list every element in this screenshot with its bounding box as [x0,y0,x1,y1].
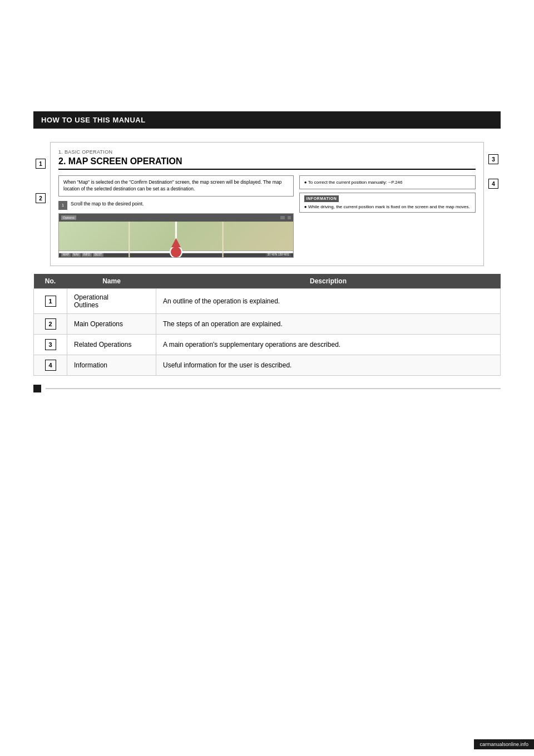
callout-box: ● To correct the current position manual… [299,175,476,189]
annotation-3: 3 [488,154,498,164]
annotation-4: 4 [488,179,498,189]
row-4-no: 4 [34,355,67,375]
map-body [59,222,293,251]
row-3-name: Related Operations [67,334,156,355]
inner-page-title: 2. MAP SCREEN OPERATION [58,156,476,170]
row-4-name: Information [67,355,156,375]
watermark-text: carmanualsonline.info [474,739,534,749]
table-row: 1 OperationalOutlines An outline of the … [34,288,501,313]
section-header-text: HOW TO USE THIS MANUAL [41,116,146,124]
inner-page-subtitle: 1. BASIC OPERATION [58,149,476,155]
row-2-name: Main Operations [67,313,156,334]
svg-marker-6 [171,238,181,247]
table-head: No. Name Description [34,274,501,289]
black-square-line [33,385,501,392]
num-box-3: 3 [45,339,56,350]
map-toolbar: Options [59,214,293,222]
description-text-box: When "Map" is selected on the "Confirm D… [58,175,294,197]
col-header-no: No. [34,274,67,289]
row-2-no: 2 [34,313,67,334]
step-label: Scroll the map to the desired point. [71,201,144,207]
options-btn: Options [61,215,76,220]
top-spacing [0,11,534,111]
section-header: HOW TO USE THIS MANUAL [33,111,501,129]
table-row: 2 Main Operations The steps of an operat… [34,313,501,334]
step-num: 1 [58,201,67,210]
step-row: 1 Scroll the map to the desired point. [58,201,294,210]
num-box-1: 1 [45,296,56,307]
num-box-2: 2 [45,318,56,330]
row-1-name: OperationalOutlines [67,288,156,313]
table-row: 3 Related Operations A main operation's … [34,334,501,355]
info-box-content: ● While driving, the current position ma… [304,204,471,210]
row-2-desc: The steps of an operation are explained. [156,313,501,334]
row-3-desc: A main operation's supplementary operati… [156,334,501,355]
footer-watermark-area: carmanualsonline.info [474,739,534,749]
table-body: 1 OperationalOutlines An outline of the … [34,288,501,375]
col-header-desc: Description [156,274,501,289]
right-annotations: 3 4 [488,154,498,189]
map-mockup: Options [58,213,294,258]
inner-page-body: When "Map" is selected on the "Confirm D… [58,175,476,258]
annotation-1: 1 [36,159,46,169]
map-roads-svg [59,222,293,258]
inner-right-col: ● To correct the current position manual… [299,175,476,258]
row-4-desc: Useful information for the user is descr… [156,355,501,375]
inner-page-mockup: 1. BASIC OPERATION 2. MAP SCREEN OPERATI… [50,142,484,266]
num-box-4: 4 [45,360,56,371]
inner-left-col: When "Map" is selected on the "Confirm D… [58,175,294,258]
black-square-icon [33,385,41,392]
annotation-2: 2 [36,193,46,203]
left-annotations: 1 2 [36,159,46,203]
col-header-name: Name [67,274,156,289]
page-wrapper: HOW TO USE THIS MANUAL 1 2 3 4 1. BASIC … [0,0,534,756]
row-1-desc: An outline of the operation is explained… [156,288,501,313]
diagram-area: 1 2 3 4 1. BASIC OPERATION 2. MAP SCREEN… [50,142,484,266]
table-row: 4 Information Useful information for the… [34,355,501,375]
row-1-no: 1 [34,288,67,313]
info-box: INFORMATION ● While driving, the current… [299,193,476,213]
info-box-header: INFORMATION [304,195,339,202]
info-table: No. Name Description 1 OperationalOutlin… [33,274,501,376]
row-3-no: 3 [34,334,67,355]
section-divider-line [46,388,501,389]
main-content: 1 2 3 4 1. BASIC OPERATION 2. MAP SCREEN… [33,129,501,405]
svg-point-5 [170,246,182,258]
